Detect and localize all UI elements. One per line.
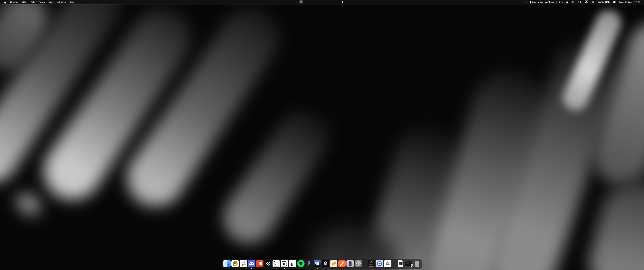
discord-icon bbox=[248, 260, 255, 267]
menu-item-edit[interactable]: Edit bbox=[28, 0, 37, 4]
battery-icon bbox=[606, 1, 609, 3]
dock-item-1password[interactable] bbox=[376, 259, 383, 269]
dock-item-trash[interactable] bbox=[414, 259, 421, 269]
finder-icon bbox=[223, 260, 230, 267]
pick-icon[interactable] bbox=[578, 1, 581, 4]
audio-levels-icon[interactable] bbox=[342, 0, 343, 4]
running-indicator bbox=[284, 268, 285, 269]
menu-item-finder[interactable]: Finder bbox=[8, 0, 20, 4]
dock-item-spotify[interactable] bbox=[297, 259, 304, 269]
running-indicator bbox=[235, 268, 236, 269]
dock-item-unity[interactable] bbox=[322, 259, 329, 269]
elephant-icon bbox=[330, 260, 338, 267]
dock-item-discord[interactable] bbox=[248, 259, 255, 269]
menu-item-help[interactable]: Help bbox=[68, 0, 78, 4]
running-indicator bbox=[276, 268, 276, 269]
dock-item-paste[interactable] bbox=[314, 259, 321, 269]
dock-item-system-settings[interactable] bbox=[355, 259, 362, 269]
burst-icon[interactable] bbox=[572, 1, 575, 4]
dock-item-notion-calendar[interactable]: 10 bbox=[281, 259, 288, 269]
control-center-icon[interactable] bbox=[613, 1, 616, 4]
dock-item-postman[interactable] bbox=[338, 259, 346, 269]
running-indicator bbox=[251, 268, 252, 269]
camera-preview-thumbnail[interactable] bbox=[299, 0, 303, 4]
dock-item-grammarly[interactable]: g bbox=[289, 259, 296, 269]
1password-dock-icon bbox=[376, 260, 383, 267]
apple-menu[interactable] bbox=[3, 1, 8, 4]
grammarly-dock-icon: g bbox=[289, 260, 296, 267]
dock-item-raycast[interactable]: raycast bbox=[368, 259, 375, 269]
wallpaper-band bbox=[582, 173, 644, 270]
menu-bar: Finder File Edit View Go Window Help Dar… bbox=[0, 0, 644, 4]
raycast-icon: raycast bbox=[368, 260, 375, 267]
trash-icon bbox=[414, 260, 421, 267]
linear-icon bbox=[264, 260, 272, 267]
unity-cube-icon bbox=[322, 260, 329, 267]
notion-icon: N bbox=[272, 260, 280, 267]
dock-item-todoist[interactable] bbox=[256, 259, 264, 269]
calendar-badge: 11 bbox=[410, 264, 412, 267]
document-file-icon bbox=[397, 260, 404, 267]
dock-item-minimized-window[interactable]: 11 bbox=[405, 259, 412, 269]
running-indicator bbox=[268, 268, 268, 269]
dock-item-chrome[interactable] bbox=[232, 259, 239, 269]
dock-divider bbox=[394, 261, 394, 267]
1password-icon[interactable] bbox=[592, 1, 594, 4]
postman-icon bbox=[338, 260, 346, 267]
dock-item-linear[interactable] bbox=[264, 259, 272, 269]
menu-item-window[interactable]: Window bbox=[55, 0, 68, 4]
menu-item-go[interactable]: Go bbox=[47, 0, 55, 4]
apple-logo-icon bbox=[4, 1, 7, 4]
battery-status[interactable]: 100% bbox=[598, 1, 609, 4]
spotify-icon bbox=[297, 260, 304, 267]
dock-item-slack[interactable] bbox=[240, 259, 247, 269]
notion-calendar-icon: 10 bbox=[281, 260, 288, 267]
figma-icon bbox=[306, 260, 313, 267]
event-color-bar bbox=[530, 1, 531, 4]
clock-date: Mon 10 Mar bbox=[619, 1, 632, 4]
menu-item-file[interactable]: File bbox=[20, 0, 28, 4]
dock-item-document-file[interactable] bbox=[397, 259, 404, 269]
minimized-window-thumbnail: 11 bbox=[405, 260, 412, 267]
dock-item-notion[interactable]: N bbox=[272, 259, 280, 269]
google-drive-icon bbox=[384, 260, 392, 267]
chrome-icon bbox=[232, 260, 239, 267]
clock-time: 17:58 bbox=[634, 1, 640, 4]
gear-icon bbox=[355, 260, 362, 267]
calendar-event-item[interactable]: Dar jantar do Chico · in 2 m bbox=[530, 1, 563, 4]
dock-item-iphone-mirroring[interactable] bbox=[346, 259, 354, 269]
overflow-ellipsis-icon[interactable] bbox=[524, 2, 526, 3]
todoist-icon bbox=[256, 260, 264, 267]
slack-icon bbox=[240, 260, 247, 267]
dock-item-elephant-db[interactable] bbox=[330, 259, 338, 269]
menu-bar-status: Dar jantar do Chico · in 2 m g bbox=[524, 0, 644, 4]
running-indicator bbox=[317, 268, 318, 269]
menu-bar-clock[interactable]: Mon 10 Mar 17:58 bbox=[619, 1, 640, 4]
running-indicator bbox=[226, 268, 227, 269]
desktop-wallpaper bbox=[0, 0, 644, 270]
dock: N 10 g bbox=[222, 259, 422, 269]
paste-icon bbox=[314, 260, 321, 267]
dock-divider bbox=[365, 261, 365, 267]
menu-bar-left: Finder File Edit View Go Window Help bbox=[0, 0, 78, 4]
menu-item-view[interactable]: View bbox=[37, 0, 47, 4]
wallpaper-band bbox=[214, 100, 340, 253]
dock-item-finder[interactable] bbox=[223, 259, 230, 269]
display-mirroring-icon[interactable] bbox=[585, 1, 588, 4]
running-indicator bbox=[300, 268, 301, 269]
running-indicator bbox=[342, 268, 342, 269]
battery-percent: 100% bbox=[598, 1, 604, 4]
dock-item-google-drive[interactable] bbox=[384, 259, 392, 269]
grammarly-icon[interactable]: g bbox=[566, 1, 568, 4]
iphone-mirroring-icon bbox=[346, 260, 354, 267]
dock-item-figma[interactable] bbox=[306, 259, 313, 269]
running-indicator bbox=[309, 268, 310, 269]
event-text: Dar jantar do Chico · in 2 m bbox=[532, 1, 563, 4]
